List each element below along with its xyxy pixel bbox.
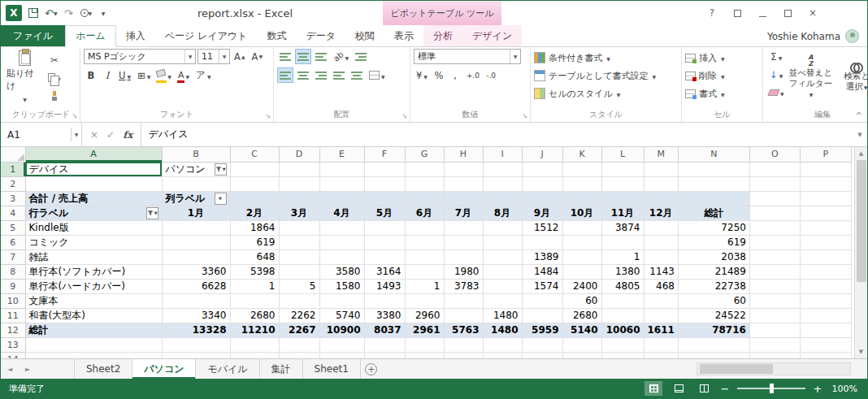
cell-O12[interactable] [749,323,800,337]
cell-J4[interactable]: 9月 [522,206,562,220]
cell-G4[interactable]: 6月 [405,206,444,220]
cell-G7[interactable] [405,249,444,264]
cell-N6[interactable]: 619 [678,235,749,249]
cell-G14[interactable] [405,352,444,358]
cell-K12[interactable]: 5140 [562,323,601,337]
cell-B4[interactable]: 1月 [162,206,230,220]
cell-I11[interactable]: 1480 [483,308,522,323]
cell-E6[interactable] [319,235,364,249]
cell-G6[interactable] [405,235,444,249]
cell-M7[interactable] [644,249,678,264]
undo-button[interactable]: ↶▼ [45,6,58,20]
cell-N9[interactable]: 22738 [678,279,749,293]
cell-F14[interactable] [364,352,405,358]
wrap-text-button[interactable] [353,49,369,64]
page-layout-view-button[interactable] [670,381,688,396]
cell-F7[interactable] [364,249,405,264]
cell-E3[interactable] [319,191,364,206]
cell-A5[interactable]: Kindle版 [25,220,162,235]
cell-J2[interactable] [522,176,562,191]
cell-C6[interactable]: 619 [230,235,279,249]
cell-M2[interactable] [644,176,678,191]
minimize-button[interactable] [757,5,768,21]
cell-J13[interactable] [522,337,562,352]
cell-H2[interactable] [444,176,483,191]
paste-button[interactable]: 貼り付け [6,49,43,106]
cell-O7[interactable] [749,249,800,264]
cell-O11[interactable] [749,308,800,323]
cell-P1[interactable] [800,162,851,176]
zoom-slider[interactable] [737,388,805,389]
cell-C1[interactable] [230,162,279,176]
cell-L6[interactable] [601,235,644,249]
insert-cells-dropdown[interactable] [720,53,725,63]
cell-I9[interactable] [483,279,522,293]
cell-D10[interactable] [279,293,319,308]
sheet-tab-4[interactable]: Sheet1 [303,359,361,379]
cell-D5[interactable] [279,220,319,235]
conditional-formatting-button[interactable]: 条件付き書式 [534,49,610,67]
cell-G12[interactable]: 2961 [405,323,444,337]
cell-H3[interactable] [444,191,483,206]
collapse-ribbon-button[interactable]: ^ [856,111,862,120]
cell-A12[interactable]: 総計 [25,323,162,337]
font-size-select[interactable]: 11 [197,49,230,64]
customize-qat-button[interactable]: ▼ [98,6,109,20]
row-header-14[interactable]: 14 [1,352,25,358]
underline-dropdown[interactable] [126,70,131,81]
file-tab[interactable]: ファイル [1,25,65,46]
ribbon-tab-2[interactable]: ページ レイアウト [155,25,258,46]
cell-L4[interactable]: 11月 [601,206,644,220]
select-all-button[interactable] [1,147,25,162]
cell-F4[interactable]: 5月 [364,206,405,220]
cell-I7[interactable] [483,249,522,264]
borders-dropdown[interactable] [146,70,151,81]
fill-button[interactable]: ↓ [766,67,787,82]
align-middle-button[interactable] [295,49,311,64]
align-right-button[interactable] [313,67,329,83]
cell-G9[interactable]: 1 [405,279,444,293]
help-button[interactable]: ? [706,5,718,21]
cell-M3[interactable] [644,191,678,206]
save-button[interactable] [28,6,39,20]
touch-mode-dropdown-arrow[interactable]: ▼ [89,11,93,16]
cell-M10[interactable] [644,293,678,308]
column-header-F[interactable]: F [364,147,405,162]
cell-K2[interactable] [562,176,601,191]
column-header-G[interactable]: G [405,147,444,162]
phonetic-guide-button[interactable]: ア [193,67,213,83]
cell-E7[interactable] [319,249,364,264]
cell-D11[interactable]: 2262 [279,308,319,323]
cell-D9[interactable]: 5 [279,279,319,293]
cell-P4[interactable] [800,206,851,220]
cell-C2[interactable] [230,176,279,191]
cell-B1[interactable]: パソコン▼ [162,162,230,176]
cell-D14[interactable] [279,352,319,358]
cell-N11[interactable]: 24522 [678,308,749,323]
sheet-nav-left-button[interactable]: ◄ [1,359,19,379]
row-header-13[interactable]: 13 [1,337,25,352]
cell-O2[interactable] [749,176,800,191]
sheet-tab-3[interactable]: 集計 [260,359,303,379]
insert-function-button[interactable]: fx [123,129,132,141]
cell-H13[interactable] [444,337,483,352]
cell-J5[interactable]: 1512 [522,220,562,235]
cell-H9[interactable]: 3783 [444,279,483,293]
cell-H1[interactable] [444,162,483,176]
cell-P5[interactable] [800,220,851,235]
cell-F6[interactable] [364,235,405,249]
cell-B11[interactable]: 3340 [162,308,230,323]
autosum-button[interactable]: Σ [766,49,787,64]
cell-D8[interactable] [279,264,319,279]
cell-H11[interactable] [444,308,483,323]
clear-dropdown[interactable] [779,87,784,98]
cell-E10[interactable] [319,293,364,308]
format-as-table-button[interactable]: テーブルとして書式設定 [534,67,656,85]
format-as-table-dropdown[interactable] [652,71,657,81]
cell-K4[interactable]: 10月 [562,206,601,220]
cell-N1[interactable] [678,162,749,176]
row-header-9[interactable]: 9 [1,279,25,293]
excel-logo-icon[interactable]: X [6,5,22,21]
cell-A1[interactable]: デバイス [25,162,162,176]
row-header-8[interactable]: 8 [1,264,25,279]
